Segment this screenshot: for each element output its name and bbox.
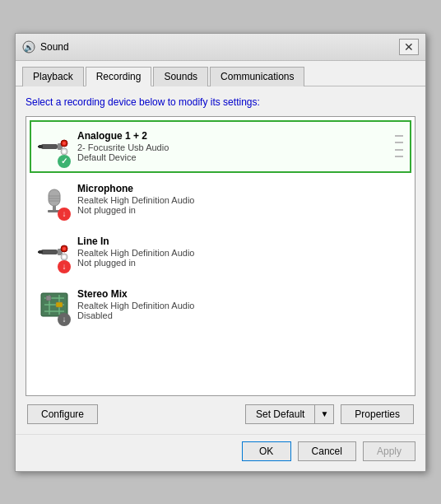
device-sub-linein: Realtek High Definition Audio bbox=[77, 248, 406, 258]
svg-rect-23 bbox=[38, 251, 39, 253]
set-default-arrow[interactable]: ▼ bbox=[314, 404, 334, 424]
svg-text:🔊: 🔊 bbox=[24, 42, 35, 53]
svg-point-21 bbox=[63, 255, 66, 259]
bottom-row: OK Cancel Apply bbox=[16, 434, 425, 471]
set-default-group: Set Default ▼ bbox=[245, 404, 334, 424]
tab-recording[interactable]: Recording bbox=[86, 67, 152, 86]
svg-rect-2 bbox=[41, 144, 58, 149]
scrollbar-indicator bbox=[395, 130, 405, 163]
apply-button[interactable]: Apply bbox=[363, 441, 415, 461]
status-disabled-badge: ↓ bbox=[58, 313, 71, 326]
device-name-stereomix: Stereo Mix bbox=[77, 288, 406, 300]
configure-button[interactable]: Configure bbox=[27, 404, 98, 424]
device-sub-analogue: 2- Focusrite Usb Audio bbox=[77, 142, 395, 152]
tab-sounds[interactable]: Sounds bbox=[153, 67, 208, 86]
right-buttons: Set Default ▼ Properties bbox=[245, 404, 414, 424]
svg-rect-30 bbox=[46, 296, 51, 301]
svg-point-19 bbox=[63, 247, 66, 250]
device-item-microphone[interactable]: ↓ Microphone Realtek High Definition Aud… bbox=[30, 173, 411, 226]
main-content: Select a recording device below to modif… bbox=[16, 86, 425, 431]
properties-button[interactable]: Properties bbox=[341, 404, 414, 424]
action-button-row: Configure Set Default ▼ Properties bbox=[26, 404, 415, 424]
device-status-linein: Not plugged in bbox=[77, 258, 406, 268]
device-sub-stereomix: Realtek High Definition Audio bbox=[77, 301, 406, 310]
svg-rect-9 bbox=[38, 146, 39, 147]
device-icon-linein: ↓ bbox=[35, 232, 74, 272]
device-status-analogue: Default Device bbox=[77, 152, 395, 162]
description-text: Select a recording device below to modif… bbox=[26, 96, 415, 108]
device-sub-microphone: Realtek High Definition Audio bbox=[77, 195, 406, 205]
tab-communications[interactable]: Communications bbox=[210, 67, 304, 86]
device-status-stereomix: Disabled bbox=[77, 310, 406, 320]
svg-rect-12 bbox=[49, 189, 60, 206]
svg-point-5 bbox=[63, 142, 66, 145]
tab-bar: Playback Recording Sounds Communications bbox=[16, 61, 425, 86]
device-name-linein: Line In bbox=[77, 236, 406, 247]
device-info-stereomix: Stereo Mix Realtek High Definition Audio… bbox=[74, 288, 406, 320]
device-item-linein[interactable]: ↓ Line In Realtek High Definition Audio … bbox=[30, 226, 411, 278]
status-ok-badge: ✓ bbox=[58, 155, 71, 168]
device-list: ✓ Analogue 1 + 2 2- Focusrite Usb Audio … bbox=[26, 116, 415, 396]
device-info-linein: Line In Realtek High Definition Audio No… bbox=[74, 236, 406, 268]
cancel-button[interactable]: Cancel bbox=[298, 441, 356, 461]
device-name-analogue: Analogue 1 + 2 bbox=[77, 130, 395, 142]
svg-rect-31 bbox=[56, 302, 63, 307]
device-item-stereomix[interactable]: ↓ Stereo Mix Realtek High Definition Aud… bbox=[30, 278, 411, 331]
device-info-microphone: Microphone Realtek High Definition Audio… bbox=[74, 183, 406, 215]
title-bar: 🔊 Sound ✕ bbox=[16, 34, 425, 61]
svg-point-7 bbox=[63, 150, 66, 153]
ok-button[interactable]: OK bbox=[242, 441, 291, 461]
tab-playback[interactable]: Playback bbox=[22, 67, 84, 86]
device-status-microphone: Not plugged in bbox=[77, 205, 406, 215]
window-title: Sound bbox=[40, 41, 399, 53]
device-icon-microphone: ↓ bbox=[35, 180, 74, 219]
window-icon: 🔊 bbox=[22, 40, 35, 54]
set-default-button[interactable]: Set Default bbox=[245, 404, 314, 424]
device-name-microphone: Microphone bbox=[77, 183, 406, 194]
sound-dialog: 🔊 Sound ✕ Playback Recording Sounds Comm… bbox=[15, 33, 426, 472]
device-info-analogue: Analogue 1 + 2 2- Focusrite Usb Audio De… bbox=[74, 130, 395, 162]
status-err-badge-mic: ↓ bbox=[58, 208, 71, 221]
status-err-badge-linein: ↓ bbox=[58, 260, 71, 273]
device-icon-analogue: ✓ bbox=[35, 127, 74, 166]
device-item-analogue[interactable]: ✓ Analogue 1 + 2 2- Focusrite Usb Audio … bbox=[30, 120, 411, 173]
device-icon-stereomix: ↓ bbox=[35, 285, 74, 324]
svg-rect-16 bbox=[41, 250, 58, 254]
close-button[interactable]: ✕ bbox=[399, 39, 419, 55]
